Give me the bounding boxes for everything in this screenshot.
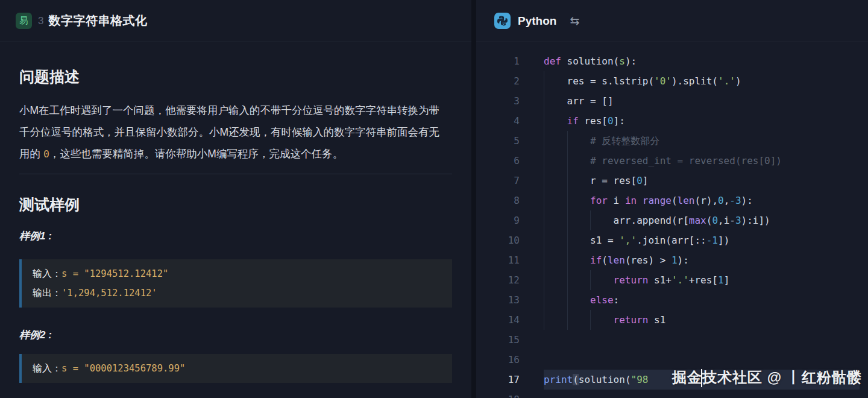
section-divider [19,174,452,174]
line-number: 7 [476,171,520,191]
line-number: 2 [476,71,520,91]
description-text-2: ，这些也需要精简掉。请你帮助小M编写程序，完成这个任务。 [49,148,343,160]
code-line-2[interactable]: 2 res = s.lstrip('0').split('.') [476,71,868,91]
code-line-14[interactable]: 14 return s1 [476,310,868,330]
sample2-input-code: s = "0000123456789.99" [61,363,185,374]
line-number: 11 [476,250,520,270]
sample1-output-code: '1,294,512.12412' [61,288,157,298]
description-heading: 问题描述 [19,68,452,85]
sample1-output-row: 输出：'1,294,512.12412' [33,283,441,303]
line-number: 6 [476,151,520,171]
code-line-11[interactable]: 11 if(len(res) > 1): [476,250,868,270]
code-line-13[interactable]: 13 else: [476,290,868,310]
code-line-15[interactable]: 15 [476,330,868,350]
language-swap-icon[interactable]: ⇆ [570,15,579,27]
line-number: 14 [476,310,520,330]
editor-panel: Python ⇆ 1def solution(s):2 res = s.lstr… [476,0,868,398]
line-number: 5 [476,131,520,151]
editor-header: Python ⇆ [476,0,868,42]
python-icon [494,13,511,29]
line-number: 3 [476,91,520,111]
line-number: 17 [476,370,520,390]
code-line-1[interactable]: 1def solution(s): [476,51,868,71]
sample2-label: 样例2 : [19,328,452,342]
problem-number: 3 [38,15,43,27]
output-label: 输出： [33,288,61,298]
code-line-12[interactable]: 12 return s1+'.'+res[1] [476,270,868,290]
code-editor[interactable]: 1def solution(s):2 res = s.lstrip('0').s… [476,42,868,398]
line-number: 9 [476,210,520,230]
input-label: 输入： [33,268,61,279]
language-label[interactable]: Python [518,14,556,28]
sample1-input-code: s = "1294512.12412" [61,268,168,279]
code-line-3[interactable]: 3 arr = [] [476,91,868,111]
code-line-5[interactable]: 5 # 反转整数部分 [476,131,868,151]
code-line-10[interactable]: 10 s1 = ','.join(arr[::-1]) [476,230,868,250]
line-number: 13 [476,290,520,310]
app-window: { "left": { "difficulty": "易", "number":… [0,0,868,398]
line-number: 10 [476,230,520,250]
problem-panel: 易 3 数字字符串格式化 问题描述 小M在工作时遇到了一个问题，他需要将用户输入… [0,0,471,398]
difficulty-badge: 易 [16,13,32,29]
panel-divider[interactable] [471,0,476,398]
sample1-code-block: 输入：s = "1294512.12412" 输出：'1,294,512.124… [19,259,452,308]
samples-heading: 测试样例 [19,196,452,213]
inline-code-zero: 0 [43,148,49,160]
line-number: 12 [476,270,520,290]
line-number: 4 [476,111,520,131]
code-line-7[interactable]: 7 r = res[0] [476,171,868,191]
line-number: 18 [476,390,520,398]
input-label: 输入： [33,363,61,373]
line-number: 1 [476,51,520,71]
code-line-8[interactable]: 8 for i in range(len(r),0,-3): [476,191,868,210]
code-line-18[interactable]: 18 [476,390,868,398]
code-line-16[interactable]: 16 [476,350,868,370]
problem-title: 数字字符串格式化 [48,13,147,29]
sample2-input-row: 输入：s = "0000123456789.99" [33,359,441,378]
problem-content: 问题描述 小M在工作时遇到了一个问题，他需要将用户输入的不带千分位逗号的数字字符… [0,68,471,383]
line-number: 15 [476,330,520,350]
sample1-label: 样例1 : [19,229,452,243]
code-line-6[interactable]: 6 # reversed_int = reversed(res[0]) [476,151,868,171]
sample1-input-row: 输入：s = "1294512.12412" [33,264,441,283]
text-cursor [701,369,702,387]
line-number: 16 [476,350,520,370]
code-line-9[interactable]: 9 arr.append(r[max(0,i-3):i]) [476,210,868,230]
problem-header: 易 3 数字字符串格式化 [0,0,471,42]
line-number: 8 [476,191,520,210]
code-line-4[interactable]: 4 if res[0]: [476,111,868,131]
description-paragraph: 小M在工作时遇到了一个问题，他需要将用户输入的不带千分位逗号的数字字符串转换为带… [19,100,442,165]
sample2-code-block: 输入：s = "0000123456789.99" [19,354,452,383]
